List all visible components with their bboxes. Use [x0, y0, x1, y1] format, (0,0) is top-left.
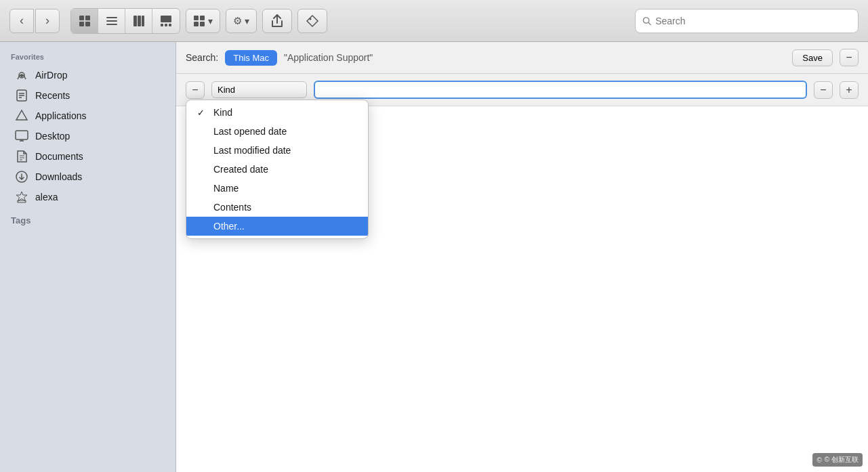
- sidebar-item-airdrop[interactable]: AirDrop: [4, 65, 171, 85]
- downloads-label: Downloads: [35, 171, 82, 182]
- dropdown-created-label: Created date: [213, 164, 268, 175]
- gear-icon: ⚙: [233, 15, 242, 27]
- svg-rect-27: [16, 131, 28, 140]
- tag-icon: [306, 14, 319, 28]
- desktop-label: Desktop: [35, 131, 70, 142]
- dropdown-item-name[interactable]: Name: [186, 179, 368, 198]
- gear-dropdown-button[interactable]: ⚙ ▾: [226, 9, 257, 33]
- group-dropdown-button[interactable]: ▾: [186, 9, 220, 33]
- remove-filter-rule-button[interactable]: −: [814, 81, 833, 99]
- sidebar-item-documents[interactable]: Documents: [4, 146, 171, 167]
- main-area: Favorites AirDrop Recents: [0, 42, 868, 472]
- watermark: © © 创新互联: [812, 453, 863, 467]
- this-mac-button[interactable]: This Mac: [225, 50, 277, 66]
- share-button[interactable]: [262, 9, 292, 33]
- svg-rect-17: [200, 22, 205, 26]
- watermark-text: © 创新互联: [825, 455, 859, 465]
- search-row: Search: This Mac "Application Support" S…: [176, 42, 868, 74]
- dropdown-name-label: Name: [213, 183, 239, 194]
- dropdown-contents-label: Contents: [213, 202, 251, 213]
- airdrop-icon: [15, 68, 28, 82]
- gallery-icon: [160, 15, 172, 27]
- sidebar-item-alexa[interactable]: alexa: [4, 187, 171, 207]
- svg-rect-9: [142, 16, 144, 26]
- sidebar-favorites-title: Favorites: [0, 53, 175, 65]
- content-area: Search: This Mac "Application Support" S…: [176, 42, 868, 472]
- column-icon: [133, 15, 145, 27]
- gear-chevron-icon: ▾: [245, 16, 249, 26]
- documents-icon: [15, 150, 28, 163]
- toolbar: ‹ ›: [0, 0, 868, 42]
- dropdown-item-created[interactable]: Created date: [186, 160, 368, 179]
- filter-type-select[interactable]: Kind Last opened date Last modified date…: [211, 81, 307, 98]
- svg-rect-14: [194, 16, 199, 20]
- chevron-down-icon: ▾: [208, 16, 213, 26]
- svg-rect-4: [106, 17, 117, 18]
- checkmark-icon: ✓: [197, 108, 208, 118]
- airdrop-label: AirDrop: [35, 70, 67, 81]
- forward-button[interactable]: ›: [35, 9, 60, 33]
- dropdown-item-kind[interactable]: ✓ Kind: [186, 103, 368, 122]
- svg-rect-5: [106, 20, 117, 22]
- back-button[interactable]: ‹: [9, 9, 34, 33]
- group-icon: [193, 15, 205, 27]
- dropdown-last-modified-label: Last modified date: [213, 145, 291, 156]
- sidebar-item-recents[interactable]: Recents: [4, 85, 171, 106]
- alexa-label: alexa: [35, 192, 58, 202]
- applications-label: Applications: [35, 110, 87, 121]
- svg-rect-12: [165, 24, 167, 26]
- recents-label: Recents: [35, 90, 70, 101]
- forward-icon: ›: [45, 14, 49, 28]
- grid-icon: [79, 15, 91, 27]
- dropdown-item-last-modified[interactable]: Last modified date: [186, 141, 368, 160]
- svg-point-22: [20, 74, 23, 77]
- svg-rect-1: [85, 16, 90, 20]
- svg-rect-0: [79, 16, 84, 20]
- save-button[interactable]: Save: [792, 49, 833, 66]
- dropdown-item-other[interactable]: Other...: [186, 217, 368, 236]
- list-icon: [106, 15, 118, 27]
- search-label: Search:: [186, 52, 218, 63]
- applications-icon: [15, 109, 28, 123]
- svg-rect-13: [169, 24, 171, 26]
- recents-icon: [15, 89, 28, 102]
- toolbar-search[interactable]: [635, 9, 859, 33]
- column-view-button[interactable]: [125, 9, 152, 33]
- svg-rect-3: [85, 22, 90, 26]
- sidebar-item-applications[interactable]: Applications: [4, 106, 171, 126]
- svg-rect-7: [133, 16, 137, 26]
- filter-row: − Kind Last opened date Last modified da…: [176, 74, 868, 106]
- search-icon: [642, 16, 651, 26]
- back-icon: ‹: [20, 14, 24, 28]
- dropdown-other-label: Other...: [213, 221, 245, 232]
- remove-search-button[interactable]: −: [840, 49, 859, 66]
- sidebar-item-downloads[interactable]: Downloads: [4, 167, 171, 187]
- svg-rect-8: [138, 16, 141, 26]
- dropdown-item-last-opened[interactable]: Last opened date: [186, 122, 368, 141]
- tag-button[interactable]: [297, 9, 327, 33]
- view-buttons: [70, 8, 180, 34]
- search-scope-text: "Application Support": [284, 52, 373, 63]
- desktop-icon: [15, 129, 28, 143]
- dropdown-kind-label: Kind: [213, 107, 232, 118]
- dropdown-item-contents[interactable]: Contents: [186, 198, 368, 217]
- grid-view-button[interactable]: [71, 9, 98, 33]
- svg-rect-2: [79, 22, 84, 26]
- svg-rect-6: [106, 24, 117, 25]
- sidebar-item-desktop[interactable]: Desktop: [4, 126, 171, 146]
- sidebar-tags-title: Tags: [0, 207, 175, 228]
- list-view-button[interactable]: [98, 9, 125, 33]
- filter-value-input[interactable]: [314, 81, 807, 99]
- remove-filter-button[interactable]: −: [186, 81, 205, 99]
- alexa-icon: [15, 190, 28, 204]
- gallery-view-button[interactable]: [152, 9, 180, 33]
- svg-rect-10: [161, 16, 171, 22]
- svg-rect-34: [18, 200, 26, 202]
- svg-rect-16: [194, 22, 199, 26]
- nav-buttons: ‹ ›: [9, 9, 60, 33]
- svg-line-20: [648, 22, 650, 24]
- add-filter-rule-button[interactable]: +: [840, 81, 859, 99]
- search-input[interactable]: [655, 16, 851, 26]
- dropdown-last-opened-label: Last opened date: [213, 126, 287, 137]
- documents-label: Documents: [35, 151, 83, 162]
